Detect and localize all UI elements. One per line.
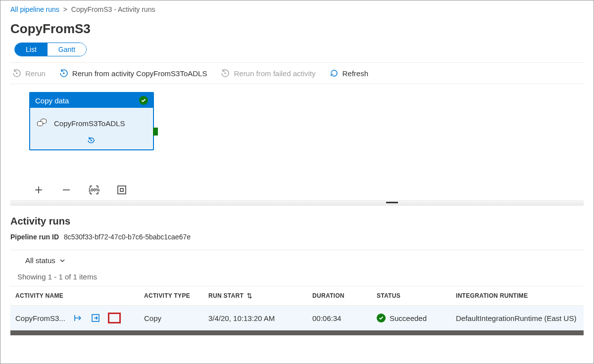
col-activity-type[interactable]: Activity type: [144, 292, 208, 299]
pipeline-canvas[interactable]: Copy data CopyFromS3ToADLS: [10, 92, 584, 179]
page-title: CopyFromS3: [0, 16, 594, 43]
rerun-label: Rerun: [25, 69, 46, 78]
table-scrollbar[interactable]: [10, 330, 584, 335]
rerun-from-activity-button[interactable]: Rerun from activity CopyFromS3ToADLS: [59, 69, 207, 78]
output-details-icon[interactable]: [90, 313, 101, 323]
rerun-from-label: Rerun from activity CopyFromS3ToADLS: [72, 69, 207, 78]
svg-rect-1: [120, 188, 123, 191]
zoom-toolbar: 100%: [10, 179, 584, 201]
activity-rerun-icon[interactable]: [87, 136, 97, 144]
input-details-icon[interactable]: [72, 313, 83, 323]
cell-activity-type: Copy: [144, 314, 208, 322]
activity-node[interactable]: Copy data CopyFromS3ToADLS: [29, 92, 154, 150]
view-details-glasses-icon[interactable]: [108, 313, 121, 323]
toolbar: Rerun Rerun from activity CopyFromS3ToAD…: [0, 63, 594, 84]
result-count-text: Showing 1 - 1 of 1 items: [0, 269, 594, 286]
view-toggle-gantt[interactable]: Gantt: [48, 43, 86, 56]
table-header: Activity name Activity type Run start Du…: [10, 286, 584, 306]
svg-rect-0: [118, 186, 126, 194]
output-handle[interactable]: [153, 128, 158, 136]
zoom-fit-button[interactable]: [116, 184, 127, 195]
rerun-icon: [12, 69, 21, 78]
run-id-value: 8c530f33-bf72-47c0-b7c6-5babc1cae67e: [64, 233, 191, 241]
col-integration-runtime[interactable]: Integration runtime: [456, 292, 589, 299]
zoom-reset-button[interactable]: 100%: [89, 184, 99, 195]
activity-runs-table: Activity name Activity type Run start Du…: [10, 286, 584, 330]
rerun-from-icon: [59, 69, 68, 78]
rerun-failed-label: Rerun from failed activity: [234, 69, 315, 78]
cell-activity-name: CopyFromS3...: [15, 314, 65, 322]
col-status[interactable]: Status: [377, 292, 456, 299]
breadcrumb-current: CopyFromS3 - Activity runs: [71, 5, 155, 13]
succeeded-status-icon: [377, 314, 386, 322]
zoom-out-button[interactable]: [61, 184, 72, 195]
rerun-failed-button: Rerun from failed activity: [221, 69, 315, 78]
status-filter-dropdown[interactable]: All status: [25, 256, 65, 265]
refresh-label: Refresh: [343, 69, 369, 78]
view-toggle-list[interactable]: List: [15, 43, 48, 56]
view-toggle: List Gantt: [14, 43, 87, 56]
refresh-button[interactable]: Refresh: [330, 69, 369, 78]
zoom-in-button[interactable]: [33, 184, 44, 195]
refresh-icon: [330, 69, 339, 78]
breadcrumb-separator: >: [63, 5, 67, 13]
chevron-down-icon: [59, 258, 65, 264]
activity-runs-heading: Activity runs: [0, 206, 594, 232]
cell-duration: 00:06:34: [312, 314, 377, 322]
sort-icon: [247, 292, 252, 299]
breadcrumb: All pipeline runs > CopyFromS3 - Activit…: [0, 0, 594, 16]
activity-type-label: Copy data: [35, 96, 69, 105]
breadcrumb-root-link[interactable]: All pipeline runs: [10, 5, 59, 13]
status-filter-label: All status: [25, 256, 55, 265]
pipeline-run-id-row: Pipeline run ID 8c530f33-bf72-47c0-b7c6-…: [0, 232, 594, 250]
copy-data-icon: [37, 119, 48, 128]
success-status-icon: [139, 96, 148, 105]
col-run-start[interactable]: Run start: [208, 292, 312, 299]
run-id-label: Pipeline run ID: [10, 233, 59, 241]
cell-run-start: 3/4/20, 10:13:20 AM: [208, 314, 312, 322]
col-duration[interactable]: Duration: [312, 292, 377, 299]
table-row[interactable]: CopyFromS3... Copy 3/4/20, 10:13:20 AM 0…: [10, 306, 584, 330]
rerun-failed-icon: [221, 69, 230, 78]
canvas-scrollbar[interactable]: [10, 201, 584, 206]
rerun-button: Rerun: [12, 69, 46, 78]
cell-integration-runtime: DefaultIntegrationRuntime (East US): [456, 314, 589, 322]
cell-status: Succeeded: [390, 314, 427, 322]
col-activity-name[interactable]: Activity name: [15, 292, 144, 299]
activity-name-label: CopyFromS3ToADLS: [54, 119, 125, 128]
